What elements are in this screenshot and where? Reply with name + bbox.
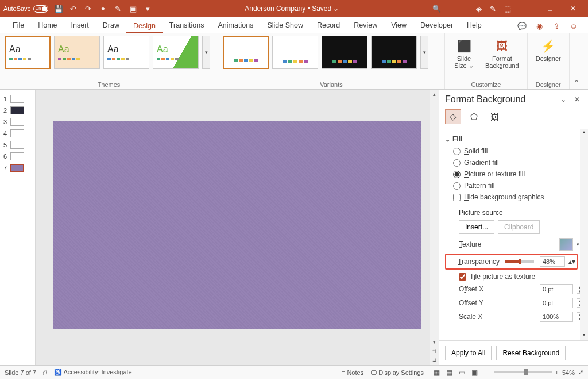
thumb-1[interactable]: 1 — [0, 93, 35, 105]
tab-home[interactable]: Home — [31, 18, 64, 33]
fill-section-header[interactable]: Fill — [445, 133, 583, 145]
format-background-button[interactable]: 🖼Format Background — [482, 36, 523, 71]
panel-scrollbar[interactable]: ▴▾ — [580, 129, 588, 340]
fill-tab-icon[interactable]: ◇ — [445, 109, 461, 124]
gradient-fill-option[interactable]: Gradient fill — [445, 157, 583, 168]
solid-fill-option[interactable]: Solid fill — [445, 145, 583, 157]
offset-y-value[interactable]: 0 pt — [540, 298, 573, 308]
account-icon[interactable]: ☺ — [565, 19, 582, 33]
reading-view-icon[interactable]: ▭ — [456, 369, 467, 377]
scale-x-value[interactable]: 100% — [540, 312, 573, 322]
insert-button[interactable]: Insert... — [459, 220, 494, 234]
accessibility-status[interactable]: ♿ Accessibility: Investigate — [54, 369, 132, 376]
tab-draw[interactable]: Draw — [96, 18, 126, 33]
format-background-panel: Format Background ⌄ ✕ ◇ ⬠ 🖼 Fill Solid f… — [439, 90, 588, 365]
variant-card[interactable] — [322, 36, 368, 69]
variants-more-button[interactable]: ▾ — [420, 36, 428, 69]
texture-picker-button[interactable] — [559, 238, 573, 251]
thumb-3[interactable]: 3 — [0, 116, 35, 128]
tab-help[interactable]: Help — [460, 18, 489, 33]
zoom-in-button[interactable]: + — [555, 369, 559, 376]
mic-icon[interactable]: ✎ — [490, 5, 496, 13]
slide-size-button[interactable]: ⬛Slide Size ⌄ — [450, 36, 478, 72]
maximize-button[interactable]: □ — [539, 0, 562, 17]
editor-scrollbar[interactable]: ▴ ▾ ⇈ ⇊ — [430, 90, 439, 365]
collapse-ribbon-button[interactable]: ⌃ — [570, 33, 583, 89]
picture-tab-icon[interactable]: 🖼 — [486, 109, 502, 124]
reset-background-button[interactable]: Reset Background — [496, 346, 566, 360]
sorter-view-icon[interactable]: ▤ — [443, 369, 455, 377]
theme-card[interactable]: Aa — [54, 36, 100, 69]
share-icon[interactable]: ⇪ — [548, 19, 565, 33]
panel-options-icon[interactable]: ⌄ — [558, 95, 568, 103]
variant-card[interactable] — [371, 36, 417, 69]
next-slide-icon[interactable]: ⇊ — [430, 356, 439, 365]
thumb-7[interactable]: 7 — [0, 162, 35, 174]
slideshow-view-icon[interactable]: ▣ — [469, 369, 480, 377]
themes-more-button[interactable]: ▾ — [202, 36, 210, 69]
tab-insert[interactable]: Insert — [64, 18, 96, 33]
zoom-out-button[interactable]: − — [487, 369, 490, 376]
tab-design[interactable]: Design — [126, 19, 163, 33]
language-icon[interactable]: ⎙ — [43, 369, 47, 376]
touch-icon[interactable]: ✦ — [99, 4, 108, 13]
minimize-button[interactable]: ― — [516, 0, 539, 17]
theme-card[interactable]: Aa — [103, 36, 149, 69]
close-button[interactable]: ✕ — [562, 0, 585, 17]
zoom-level[interactable]: 54% — [562, 369, 575, 376]
variant-card[interactable] — [223, 36, 269, 69]
effects-tab-icon[interactable]: ⬠ — [466, 109, 482, 124]
display-settings-button[interactable]: 🖵 Display Settings — [370, 369, 424, 376]
tab-slideshow[interactable]: Slide Show — [260, 18, 310, 33]
diamond-icon[interactable]: ◈ — [476, 5, 482, 13]
zoom-slider[interactable] — [494, 371, 552, 373]
normal-view-icon[interactable]: ▦ — [431, 369, 442, 377]
slide-counter[interactable]: Slide 7 of 7 — [5, 369, 36, 376]
transparency-slider[interactable] — [505, 260, 534, 263]
thumb-2[interactable]: 2 — [0, 105, 35, 116]
switch-icon[interactable]: ⬚ — [504, 5, 511, 13]
transparency-spinner[interactable]: ▴▾ — [568, 258, 575, 266]
redo-icon[interactable]: ↷ — [84, 4, 93, 13]
hide-graphics-option[interactable]: Hide background graphics — [445, 191, 583, 203]
tile-option[interactable]: Tile picture as texture — [445, 271, 583, 282]
transparency-value[interactable]: 48% — [540, 256, 565, 267]
apply-to-all-button[interactable]: Apply to All — [445, 346, 492, 360]
save-icon[interactable]: 💾 — [54, 4, 63, 13]
slide-canvas[interactable] — [53, 121, 421, 329]
document-title[interactable]: Anderson Company • Saved ⌄ — [153, 5, 431, 13]
tab-animations[interactable]: Animations — [211, 18, 261, 33]
tab-view[interactable]: View — [384, 18, 413, 33]
tab-review[interactable]: Review — [347, 18, 384, 33]
qat-more-icon[interactable]: ▾ — [144, 4, 153, 13]
theme-card[interactable]: Aa — [153, 36, 199, 69]
scroll-down-icon[interactable]: ▾ — [430, 337, 439, 347]
present-icon[interactable]: ▣ — [129, 4, 138, 13]
fit-to-window-icon[interactable]: ⤢ — [578, 369, 583, 376]
comments-icon[interactable]: 💬 — [513, 19, 531, 33]
thumb-4[interactable]: 4 — [0, 128, 35, 139]
notes-button[interactable]: ≡ Notes — [342, 369, 363, 376]
tab-transitions[interactable]: Transitions — [163, 18, 211, 33]
picture-fill-option[interactable]: Picture or texture fill — [445, 168, 583, 180]
designer-button[interactable]: ⚡Designer — [532, 36, 564, 64]
thumb-5[interactable]: 5 — [0, 139, 35, 151]
tab-developer[interactable]: Developer — [413, 18, 460, 33]
offset-x-value[interactable]: 0 pt — [540, 284, 573, 294]
theme-card[interactable]: Aa — [5, 36, 51, 69]
slide-editor[interactable]: ▴ ▾ ⇈ ⇊ — [36, 90, 439, 365]
undo-icon[interactable]: ↶ — [69, 4, 78, 13]
tab-record[interactable]: Record — [310, 18, 347, 33]
tab-file[interactable]: File — [6, 18, 31, 33]
autosave-toggle[interactable]: AutoSave On — [3, 5, 48, 13]
pattern-fill-option[interactable]: Pattern fill — [445, 180, 583, 191]
prev-slide-icon[interactable]: ⇈ — [430, 347, 439, 356]
status-bar: Slide 7 of 7 ⎙ ♿ Accessibility: Investig… — [0, 365, 588, 379]
variant-card[interactable] — [272, 36, 318, 69]
panel-close-icon[interactable]: ✕ — [572, 95, 582, 103]
scroll-up-icon[interactable]: ▴ — [430, 90, 439, 99]
ink-icon[interactable]: ✎ — [114, 4, 123, 13]
thumb-6[interactable]: 6 — [0, 151, 35, 162]
search-icon[interactable]: 🔍 — [431, 5, 442, 13]
record-icon[interactable]: ◉ — [531, 19, 548, 33]
